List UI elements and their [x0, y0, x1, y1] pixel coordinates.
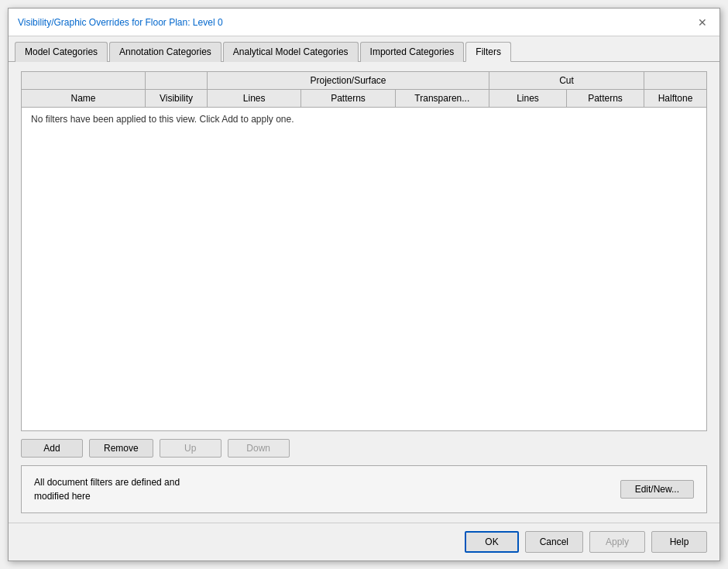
- empty-table-message: No filters have been applied to this vie…: [31, 114, 294, 125]
- tab-annotation-categories[interactable]: Annotation Categories: [109, 42, 221, 62]
- action-buttons: Add Remove Up Down: [21, 439, 707, 458]
- filter-info-line2: modified here: [34, 489, 180, 503]
- filter-table: Projection/Surface Cut Name Visibility L…: [21, 71, 707, 431]
- title-bar: Visibility/Graphic Overrides for Floor P…: [9, 9, 719, 36]
- tab-imported-categories[interactable]: Imported Categories: [360, 42, 465, 62]
- tab-model-categories[interactable]: Model Categories: [15, 42, 108, 62]
- filter-info-text: All document filters are defined and mod…: [34, 475, 180, 503]
- add-button[interactable]: Add: [21, 439, 83, 458]
- remove-button[interactable]: Remove: [89, 439, 153, 458]
- table-body: No filters have been applied to this vie…: [22, 108, 706, 430]
- tabs-bar: Model Categories Annotation Categories A…: [9, 36, 719, 62]
- th-cut-label: Cut: [489, 72, 644, 89]
- title-highlight: Level 0: [193, 17, 223, 28]
- th-halftone: Halftone: [644, 90, 706, 107]
- cancel-button[interactable]: Cancel: [525, 531, 583, 553]
- th-cut-patterns: Patterns: [567, 90, 644, 107]
- th-visibility-label: Visibility: [146, 90, 208, 107]
- table-header-row1: Projection/Surface Cut: [22, 72, 706, 90]
- th-transparency: Transparen...: [396, 90, 489, 107]
- th-visibility: [146, 72, 208, 89]
- th-halftone-label: [644, 72, 706, 89]
- th-cut-lines: Lines: [489, 90, 567, 107]
- dialog-title: Visibility/Graphic Overrides for Floor P…: [18, 17, 223, 28]
- up-button[interactable]: Up: [160, 439, 221, 458]
- filter-info-box: All document filters are defined and mod…: [21, 465, 707, 513]
- th-name: [22, 72, 146, 89]
- title-text: Visibility/Graphic Overrides for Floor P…: [18, 17, 193, 28]
- ok-button[interactable]: OK: [465, 531, 518, 553]
- th-projection-subs: Lines Patterns Transparen...: [208, 90, 489, 107]
- help-button[interactable]: Help: [651, 531, 707, 553]
- down-button[interactable]: Down: [228, 439, 290, 458]
- bottom-bar: OK Cancel Apply Help: [9, 523, 719, 560]
- th-cut-subs: Lines Patterns: [489, 90, 644, 107]
- th-lines: Lines: [208, 90, 301, 107]
- th-name-label: Name: [22, 90, 146, 107]
- tab-analytical-model-categories[interactable]: Analytical Model Categories: [223, 42, 359, 62]
- table-header: Projection/Surface Cut Name Visibility L…: [22, 72, 706, 108]
- main-dialog: Visibility/Graphic Overrides for Floor P…: [8, 8, 720, 561]
- table-header-row2: Name Visibility Lines Patterns Transpare…: [22, 90, 706, 107]
- th-patterns: Patterns: [301, 90, 395, 107]
- th-projection-surface-label: Projection/Surface: [208, 72, 489, 89]
- content-area: Projection/Surface Cut Name Visibility L…: [9, 62, 719, 523]
- filter-info-line1: All document filters are defined and: [34, 475, 180, 489]
- apply-button[interactable]: Apply: [589, 531, 645, 553]
- tab-filters[interactable]: Filters: [465, 42, 511, 62]
- edit-new-button[interactable]: Edit/New...: [620, 480, 694, 499]
- close-button[interactable]: ✕: [695, 15, 710, 30]
